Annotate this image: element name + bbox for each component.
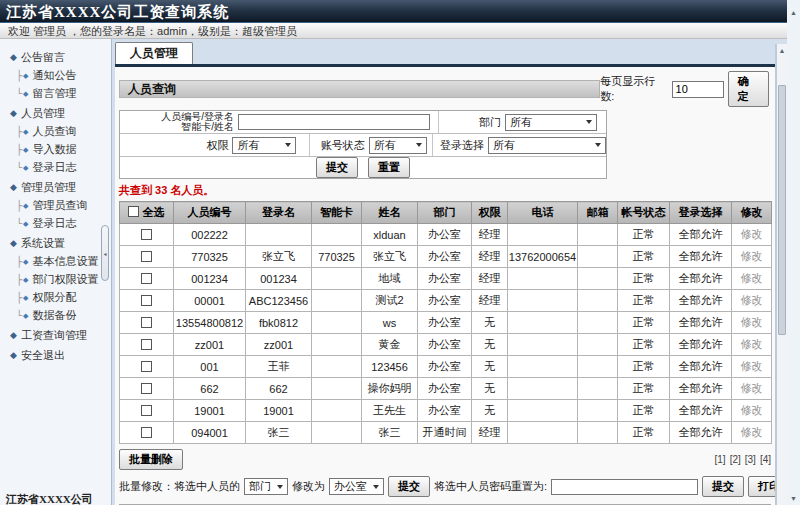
- sidebar-item[interactable]: ◆公告留言: [0, 48, 111, 66]
- modify-link[interactable]: 修改: [741, 272, 763, 284]
- login-select[interactable]: 所有: [488, 137, 606, 154]
- table-cell: [120, 422, 174, 444]
- table-cell: [120, 290, 174, 312]
- page-link[interactable]: [2]: [730, 454, 741, 465]
- modify-link[interactable]: 修改: [741, 250, 763, 262]
- sidebar-item-label: 登录日志: [32, 217, 76, 229]
- table-cell: 经理: [472, 268, 508, 290]
- reset-password-input[interactable]: [551, 479, 698, 495]
- table-cell: 全部允许: [670, 378, 732, 400]
- query-submit-button[interactable]: 提交: [316, 157, 358, 178]
- sidebar-item[interactable]: └◆登录日志: [0, 158, 111, 176]
- sidebar-item[interactable]: ├◆管理员查询: [0, 196, 111, 214]
- sidebar-item[interactable]: ├◆导入数据: [0, 140, 111, 158]
- diamond-icon: ◆: [23, 72, 28, 79]
- chevron-down-icon: [586, 120, 592, 124]
- page-link[interactable]: [4]: [760, 454, 771, 465]
- col-id: 人员编号: [174, 202, 246, 224]
- sidebar-item-label: 基本信息设置: [32, 255, 98, 267]
- page-link[interactable]: [3]: [745, 454, 756, 465]
- perm-select[interactable]: 所有: [232, 137, 296, 154]
- modify-link[interactable]: 修改: [741, 382, 763, 394]
- table-cell: 正常: [618, 378, 670, 400]
- sidebar-item[interactable]: ├◆权限分配: [0, 288, 111, 306]
- table-cell: [246, 224, 312, 246]
- row-checkbox[interactable]: [141, 317, 152, 328]
- sidebar-collapse-handle[interactable]: ◂: [101, 225, 109, 281]
- id-search-input[interactable]: [238, 114, 430, 130]
- modify-link[interactable]: 修改: [741, 294, 763, 306]
- row-checkbox[interactable]: [141, 273, 152, 284]
- chevron-down-icon: [285, 143, 291, 147]
- table-cell: 770325: [174, 246, 246, 268]
- modify-link[interactable]: 修改: [741, 360, 763, 372]
- batch-value-select[interactable]: 办公室: [329, 478, 384, 495]
- browser-scrollbar[interactable]: ▲ ▼: [787, 0, 800, 505]
- query-reset-button[interactable]: 重置: [368, 157, 410, 178]
- row-checkbox[interactable]: [141, 361, 152, 372]
- modify-link[interactable]: 修改: [741, 316, 763, 328]
- page-size-confirm-button[interactable]: 确定: [728, 71, 769, 107]
- sidebar-item[interactable]: ├◆通知公告: [0, 66, 111, 84]
- row-checkbox[interactable]: [141, 295, 152, 306]
- table-cell: 全部允许: [670, 224, 732, 246]
- scrollbar-thumb[interactable]: [778, 85, 786, 335]
- table-cell: zz001: [174, 334, 246, 356]
- sidebar-item[interactable]: ├◆人员查询: [0, 122, 111, 140]
- sidebar-item[interactable]: ◆安全退出: [0, 346, 111, 364]
- dept-select[interactable]: 所有: [505, 114, 597, 131]
- table-cell: 修改: [732, 422, 772, 444]
- scroll-down-icon[interactable]: ▼: [790, 492, 797, 505]
- batch-modify-submit-button[interactable]: 提交: [388, 476, 430, 497]
- scrollbar-track[interactable]: [777, 57, 787, 505]
- page-size-label: 每页显示行数:: [600, 74, 667, 104]
- row-checkbox[interactable]: [141, 427, 152, 438]
- scroll-up-icon[interactable]: ▲: [779, 44, 786, 57]
- table-cell: [120, 334, 174, 356]
- table-cell: 正常: [618, 422, 670, 444]
- row-checkbox[interactable]: [141, 339, 152, 350]
- app-title-bar: 江苏省XXXX公司工资查询系统: [0, 0, 787, 23]
- table-cell: 正常: [618, 334, 670, 356]
- sidebar-item[interactable]: ├◆部门权限设置: [0, 270, 111, 288]
- sidebar-item[interactable]: └◆登录日志: [0, 214, 111, 232]
- modify-link[interactable]: 修改: [741, 426, 763, 438]
- modify-link[interactable]: 修改: [741, 404, 763, 416]
- scroll-up-icon[interactable]: ▲: [790, 6, 797, 19]
- diamond-icon: ◆: [23, 146, 28, 153]
- diamond-icon: ◆: [23, 128, 28, 135]
- select-all-checkbox[interactable]: [128, 206, 139, 217]
- tab-personnel-management[interactable]: 人员管理: [115, 42, 193, 64]
- table-cell: 正常: [618, 268, 670, 290]
- reset-password-submit-button[interactable]: 提交: [702, 476, 744, 497]
- modify-link[interactable]: 修改: [741, 228, 763, 240]
- table-cell: [508, 400, 578, 422]
- sidebar-item[interactable]: ◆系统设置: [0, 234, 111, 252]
- print-preview-button[interactable]: 打印预览: [748, 476, 775, 497]
- content-scrollbar[interactable]: ▲ ▼: [775, 44, 787, 505]
- row-checkbox[interactable]: [141, 383, 152, 394]
- table-cell: 张立飞: [246, 246, 312, 268]
- modify-link[interactable]: 修改: [741, 338, 763, 350]
- sidebar-item[interactable]: ├◆基本信息设置: [0, 252, 111, 270]
- table-cell: 经理: [472, 246, 508, 268]
- tree-branch: ├: [16, 292, 22, 303]
- batch-delete-button[interactable]: 批量删除: [119, 449, 183, 470]
- table-row: zz001zz001黄金办公室无正常全部允许修改: [120, 334, 772, 356]
- page-link[interactable]: [1]: [715, 454, 726, 465]
- page-size-input[interactable]: [672, 81, 724, 98]
- batch-field-select[interactable]: 部门: [244, 478, 288, 495]
- status-select[interactable]: 所有: [369, 137, 427, 154]
- sidebar-item[interactable]: ◆管理员管理: [0, 178, 111, 196]
- row-checkbox[interactable]: [141, 405, 152, 416]
- row-checkbox[interactable]: [141, 229, 152, 240]
- sidebar-item[interactable]: └◆数据备份: [0, 306, 111, 324]
- sidebar-item[interactable]: └◆留言管理: [0, 84, 111, 102]
- table-cell: 张立飞: [362, 246, 418, 268]
- row-checkbox[interactable]: [141, 251, 152, 262]
- table-cell: 地域: [362, 268, 418, 290]
- personnel-table-body: 002222xlduan办公室经理正常全部允许修改770325张立飞770325…: [120, 224, 772, 444]
- table-cell: 770325: [312, 246, 362, 268]
- sidebar-item[interactable]: ◆人员管理: [0, 104, 111, 122]
- sidebar-item[interactable]: ◆工资查询管理: [0, 326, 111, 344]
